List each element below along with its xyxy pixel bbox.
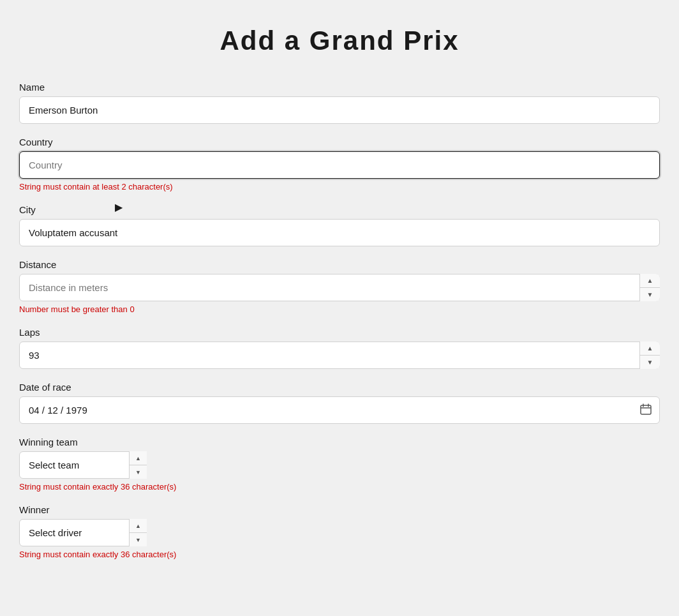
- winner-label: Winner: [19, 504, 660, 515]
- winning-team-select-wrapper: Select team ▲ ▼: [19, 451, 147, 479]
- country-label: Country: [19, 137, 660, 147]
- laps-spinners: ▲ ▼: [639, 342, 660, 369]
- winning-team-group: Winning team Select team ▲ ▼ String must…: [19, 437, 660, 492]
- city-input[interactable]: [19, 219, 660, 246]
- country-error: String must contain at least 2 character…: [19, 182, 660, 192]
- distance-spinner-down[interactable]: ▼: [640, 288, 660, 301]
- laps-label: Laps: [19, 327, 660, 338]
- date-input[interactable]: [19, 396, 660, 424]
- distance-label: Distance: [19, 259, 660, 270]
- distance-spinners: ▲ ▼: [639, 274, 660, 301]
- name-group: Name: [19, 82, 660, 124]
- name-input[interactable]: [19, 96, 660, 124]
- laps-group: Laps ▲ ▼: [19, 327, 660, 369]
- country-group: Country String must contain at least 2 c…: [19, 137, 660, 192]
- name-label: Name: [19, 82, 660, 93]
- page-title: Add a Grand Prix: [19, 26, 660, 56]
- winning-team-select[interactable]: Select team: [19, 451, 147, 479]
- distance-spinner-up[interactable]: ▲: [640, 274, 660, 288]
- date-label: Date of race: [19, 382, 660, 393]
- winner-error: String must contain exactly 36 character…: [19, 550, 660, 559]
- city-label: City: [19, 204, 660, 215]
- winner-select-wrapper: Select driver ▲ ▼: [19, 519, 147, 546]
- distance-input-wrapper: ▲ ▼: [19, 274, 660, 301]
- date-input-wrapper: [19, 396, 660, 424]
- winning-team-error: String must contain exactly 36 character…: [19, 482, 660, 492]
- laps-spinner-up[interactable]: ▲: [640, 342, 660, 356]
- city-group: City: [19, 204, 660, 246]
- distance-error: Number must be greater than 0: [19, 304, 660, 314]
- laps-input[interactable]: [19, 342, 660, 369]
- winner-select[interactable]: Select driver: [19, 519, 147, 546]
- distance-input[interactable]: [19, 274, 660, 301]
- distance-group: Distance ▲ ▼ Number must be greater than…: [19, 259, 660, 314]
- laps-spinner-down[interactable]: ▼: [640, 356, 660, 369]
- winner-group: Winner Select driver ▲ ▼ String must con…: [19, 504, 660, 559]
- date-group: Date of race: [19, 382, 660, 424]
- form-container: Name Country String must contain at leas…: [19, 82, 660, 559]
- page-wrapper: Add a Grand Prix Name Country String mus…: [0, 0, 679, 597]
- winning-team-label: Winning team: [19, 437, 660, 447]
- laps-input-wrapper: ▲ ▼: [19, 342, 660, 369]
- country-input[interactable]: [19, 151, 660, 179]
